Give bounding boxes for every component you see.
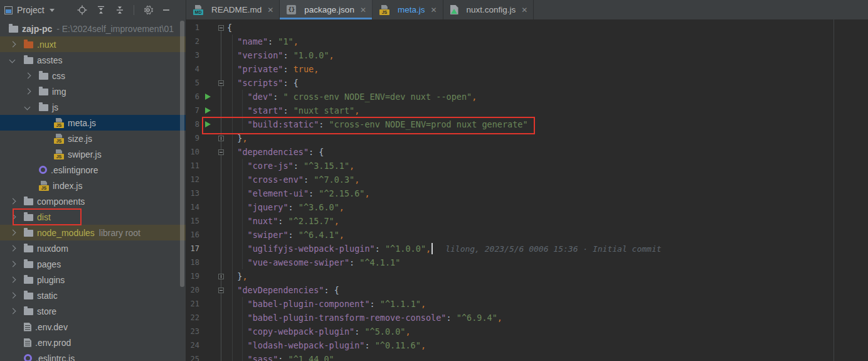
chevron-down-icon[interactable]	[50, 9, 55, 12]
expand-collapse-icon[interactable]	[115, 5, 125, 15]
code-line-4[interactable]: 4 "private": true,	[186, 62, 868, 76]
chevron-collapsed-icon[interactable]	[23, 87, 32, 96]
locate-file-icon[interactable]	[77, 5, 87, 15]
code-line-24[interactable]: 24 "lodash-webpack-plugin": "^0.11.6",	[186, 338, 868, 352]
tree-row-asstes[interactable]: asstes	[0, 52, 186, 68]
chevron-collapsed-icon[interactable]	[8, 229, 17, 237]
line-number: 22	[186, 313, 201, 322]
chevron-collapsed-icon[interactable]	[8, 197, 17, 206]
fold-gutter[interactable]	[214, 80, 227, 86]
tree-row--eslintignore[interactable]: .eslintignore	[0, 162, 186, 178]
project-panel-title[interactable]: Project	[17, 5, 45, 15]
code-line-3[interactable]: 3 "version": "1.0.0",	[186, 48, 868, 62]
fold-end-icon[interactable]	[218, 136, 224, 141]
fold-end-icon[interactable]	[218, 274, 224, 279]
chevron-expanded-icon[interactable]	[23, 103, 32, 112]
tab-close-icon[interactable]: ✕	[430, 6, 437, 14]
code-line-23[interactable]: 23 "copy-webpack-plugin": "^5.0.0",	[186, 325, 868, 338]
code-line-22[interactable]: 22 "babel-plugin-transform-remove-consol…	[186, 311, 868, 325]
tree-item-suffix: library root	[99, 228, 140, 238]
fold-collapse-icon[interactable]	[218, 288, 224, 293]
line-number: 16	[186, 230, 201, 239]
tree-row--env-prod[interactable]: .env.prod	[0, 335, 186, 350]
code-line-17[interactable]: 17 "uglifyjs-webpack-plugin": "^1.0.0",l…	[186, 242, 868, 256]
tree-row-js[interactable]: js	[0, 99, 186, 115]
chevron-collapsed-icon[interactable]	[8, 244, 17, 253]
tree-row-components[interactable]: components	[0, 193, 186, 209]
run-script-icon[interactable]	[205, 94, 211, 100]
chevron-collapsed-icon[interactable]	[8, 276, 17, 284]
tree-row--nuxt[interactable]: .nuxt	[0, 36, 186, 52]
code-line-18[interactable]: 18 "vue-awesome-swiper": "^4.1.1"	[186, 256, 868, 269]
tree-row-zajp-pc[interactable]: zajp-pc- E:\2024self_improvement\01	[0, 21, 186, 36]
tree-row--env-dev[interactable]: .env.dev	[0, 319, 186, 335]
fold-collapse-icon[interactable]	[218, 80, 224, 86]
code-line-13[interactable]: 13 "element-ui": "^2.15.6",	[186, 186, 868, 200]
chevron-collapsed-icon[interactable]	[8, 260, 17, 269]
chevron-spacer	[8, 338, 17, 347]
tree-row-index-js[interactable]: JSindex.js	[0, 178, 186, 193]
code-line-11[interactable]: 11 "core-js": "^3.15.1",	[186, 159, 868, 173]
fold-collapse-icon[interactable]	[218, 149, 224, 155]
tree-row-pages[interactable]: pages	[0, 256, 186, 272]
chevron-collapsed-icon[interactable]	[8, 40, 17, 49]
fold-gutter[interactable]	[214, 288, 227, 293]
fold-gutter[interactable]	[214, 25, 227, 31]
fold-gutter[interactable]	[214, 274, 227, 279]
code-line-2[interactable]: 2 "name": "1",	[186, 35, 868, 48]
code-line-7[interactable]: 7 "start": "nuxt start",	[186, 104, 868, 117]
tab-package-json[interactable]: {}package.json✕	[280, 0, 373, 19]
hide-panel-icon[interactable]	[162, 6, 171, 14]
tab-readme-md[interactable]: MDREADME.md✕	[186, 0, 280, 19]
tab-meta-js[interactable]: JSmeta.js✕	[373, 0, 443, 19]
chevron-collapsed-icon[interactable]	[23, 72, 32, 80]
code-line-10[interactable]: 10 "dependencies": {	[186, 145, 868, 159]
chevron-collapsed-icon[interactable]	[8, 291, 17, 300]
code-line-1[interactable]: 1{	[186, 21, 868, 35]
fold-gutter[interactable]	[214, 136, 227, 141]
code-line-21[interactable]: 21 "babel-plugin-component": "^1.1.1",	[186, 297, 868, 311]
tree-scrollbar[interactable]	[180, 21, 184, 287]
editor[interactable]: 1{2 "name": "1",3 "version": "1.0.0",4 "…	[186, 19, 868, 361]
tree-row--eslintrc-js[interactable]: .eslintrc.js	[0, 350, 186, 361]
code-line-20[interactable]: 20 "devDependencies": {	[186, 283, 868, 297]
tab-close-icon[interactable]: ✕	[267, 6, 273, 14]
tab-close-icon[interactable]: ✕	[521, 6, 527, 14]
tree-row-swiper-js[interactable]: JSswiper.js	[0, 146, 186, 162]
code-text: "nuxt": "^2.15.7",	[227, 216, 339, 226]
tree-row-store[interactable]: store	[0, 303, 186, 319]
text-cursor	[431, 243, 433, 254]
chevron-spacer	[38, 134, 47, 143]
settings-gear-icon[interactable]	[143, 5, 153, 15]
tree-row-img[interactable]: img	[0, 84, 186, 99]
tab-nuxt-config-js[interactable]: nuxt.config.js✕	[443, 0, 534, 19]
code-line-12[interactable]: 12 "cross-env": "^7.0.3",	[186, 173, 868, 186]
fold-collapse-icon[interactable]	[218, 25, 224, 31]
tree-row-static[interactable]: static	[0, 288, 186, 303]
code-text: "babel-plugin-component": "^1.1.1",	[227, 299, 426, 309]
code-line-19[interactable]: 19 },	[186, 269, 868, 283]
code-line-14[interactable]: 14 "jquery": "^3.6.0",	[186, 200, 868, 214]
code-line-16[interactable]: 16 "swiper": "^6.4.1",	[186, 228, 868, 242]
code-line-5[interactable]: 5 "scripts": {	[186, 76, 868, 90]
run-gutter[interactable]	[201, 107, 214, 114]
tab-label: meta.js	[398, 5, 425, 14]
tree-row-node-modules[interactable]: node_moduleslibrary root	[0, 225, 186, 240]
tree-row-plugins[interactable]: plugins	[0, 272, 186, 288]
code-line-25[interactable]: 25 "sass": "^1.44.0",	[186, 352, 868, 361]
fold-gutter[interactable]	[214, 149, 227, 155]
tree-row-size-js[interactable]: JSsize.js	[0, 131, 186, 146]
tree-row-css[interactable]: css	[0, 68, 186, 84]
run-script-icon[interactable]	[205, 107, 211, 114]
tab-close-icon[interactable]: ✕	[360, 6, 366, 14]
chevron-expanded-icon[interactable]	[8, 56, 17, 65]
run-gutter[interactable]	[201, 94, 214, 100]
tree-row-meta-js[interactable]: JSmeta.js	[0, 115, 186, 131]
chevron-spacer	[8, 354, 17, 361]
collapse-all-icon[interactable]	[96, 5, 106, 15]
line-number: 2	[186, 37, 201, 46]
code-line-6[interactable]: 6 "dev": " cross-env NODE_ENV=dev nuxt -…	[186, 90, 868, 104]
code-line-15[interactable]: 15 "nuxt": "^2.15.7",	[186, 214, 868, 228]
chevron-collapsed-icon[interactable]	[8, 307, 17, 316]
tree-row-nuxdom[interactable]: nuxdom	[0, 240, 186, 256]
